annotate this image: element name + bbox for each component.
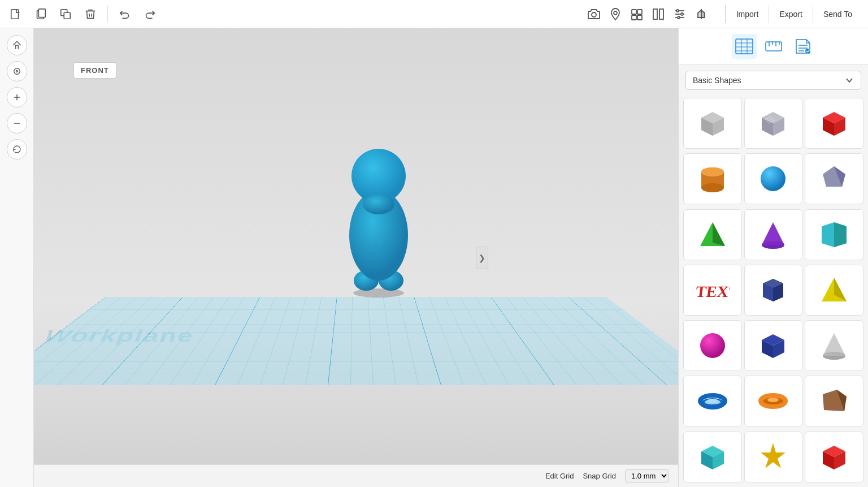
svg-point-66	[701, 167, 724, 176]
svg-point-30	[353, 288, 404, 298]
toolbar: Import Export Send To	[0, 0, 868, 28]
import-button[interactable]: Import	[726, 5, 769, 23]
svg-marker-20	[698, 10, 701, 18]
svg-point-17	[681, 13, 683, 15]
shape-teal-shape2[interactable]	[683, 432, 742, 482]
shape-dark-blue-box[interactable]	[744, 320, 803, 371]
tab-grid-view[interactable]	[732, 34, 757, 59]
svg-rect-7	[632, 10, 636, 14]
duplicate-button[interactable]	[55, 4, 76, 24]
shape-yellow-pyramid[interactable]	[805, 265, 863, 316]
right-sidebar-tabs	[679, 28, 868, 65]
shape-orange-cylinder[interactable]	[683, 153, 742, 204]
svg-rect-10	[637, 15, 642, 20]
svg-rect-2	[38, 8, 45, 17]
shape-navy-prism[interactable]	[744, 265, 803, 316]
svg-rect-12	[659, 9, 663, 19]
align-icon-btn[interactable]	[627, 4, 647, 24]
svg-point-6	[614, 11, 617, 15]
shape-teal-prism[interactable]	[805, 209, 863, 260]
redo-button[interactable]	[140, 4, 160, 24]
shape-blue-sphere[interactable]	[744, 153, 803, 204]
shape-red-text[interactable]: TEXT	[683, 265, 742, 316]
copy-button[interactable]	[31, 4, 51, 24]
shapes-dropdown[interactable]: Basic Shapes	[685, 71, 861, 90]
svg-point-93	[707, 399, 718, 403]
svg-rect-29	[34, 297, 678, 385]
svg-text:TEXT: TEXT	[696, 283, 730, 300]
svg-point-83	[700, 333, 725, 358]
left-sidebar	[0, 28, 34, 487]
svg-marker-102	[761, 443, 785, 468]
shape-gray-cube[interactable]	[683, 98, 742, 149]
svg-point-67	[761, 166, 785, 191]
svg-point-22	[14, 68, 20, 75]
svg-marker-76	[834, 222, 847, 247]
grid-icon-btn[interactable]	[648, 4, 669, 24]
settings-icon-btn[interactable]	[670, 4, 690, 24]
snap-grid-select[interactable]: 1.0 mm 0.5 mm 2.0 mm	[625, 469, 669, 482]
bottom-bar: Edit Grid Snap Grid 1.0 mm 0.5 mm 2.0 mm	[34, 464, 678, 487]
shape-magenta-sphere[interactable]	[683, 320, 742, 371]
zoom-in-button[interactable]	[7, 87, 27, 107]
home-view-button[interactable]	[7, 35, 27, 55]
svg-point-65	[701, 183, 724, 192]
shape-purple-cone[interactable]	[744, 209, 803, 260]
view-label: FRONT	[73, 62, 116, 79]
svg-marker-21	[701, 10, 705, 18]
shape-brown-irregular[interactable]	[805, 376, 863, 426]
delete-button[interactable]	[80, 4, 101, 24]
svg-rect-4	[64, 12, 70, 19]
shapes-grid: TEXT	[679, 96, 868, 487]
tab-measure[interactable]	[761, 34, 786, 59]
send-to-button[interactable]: Send To	[813, 5, 862, 23]
edit-grid-button[interactable]: Edit Grid	[545, 472, 574, 480]
shape-red-irregular2[interactable]	[805, 432, 863, 482]
svg-rect-36	[736, 39, 753, 54]
new-button[interactable]	[6, 4, 26, 24]
svg-marker-71	[713, 222, 725, 246]
shapes-label: Basic Shapes	[693, 76, 741, 85]
rotate-button[interactable]	[7, 139, 27, 160]
shape-green-pyramid[interactable]	[683, 209, 742, 260]
action-buttons: Import Export Send To	[725, 5, 862, 23]
character-figure	[333, 128, 424, 286]
export-button[interactable]: Export	[769, 5, 812, 23]
shape-gray-irregular[interactable]	[805, 153, 863, 204]
mirror-icon-btn[interactable]	[691, 4, 711, 24]
svg-point-16	[676, 10, 679, 12]
shape-striped-box[interactable]	[744, 98, 803, 149]
svg-rect-0	[11, 9, 19, 19]
shape-orange-torus[interactable]	[744, 376, 803, 426]
undo-button[interactable]	[115, 4, 135, 24]
svg-point-5	[592, 12, 596, 17]
workplane-grid	[34, 297, 678, 385]
svg-rect-9	[632, 15, 636, 20]
svg-point-96	[767, 398, 779, 402]
svg-point-23	[16, 71, 18, 72]
location-icon-btn[interactable]	[605, 4, 626, 24]
camera-icon-btn[interactable]	[584, 4, 604, 24]
shape-blue-torus[interactable]	[683, 376, 742, 426]
tab-notes[interactable]	[791, 34, 815, 59]
svg-rect-11	[653, 9, 657, 19]
shape-red-cube[interactable]	[805, 98, 863, 149]
viewport[interactable]: FRONT Workplane	[34, 28, 678, 487]
snap-grid-label: Snap Grid	[583, 472, 616, 480]
svg-point-18	[678, 16, 680, 19]
svg-point-89	[823, 352, 845, 360]
right-sidebar: Basic Shapes	[678, 28, 868, 487]
zoom-out-button[interactable]	[7, 113, 27, 133]
fit-view-button[interactable]	[7, 61, 27, 81]
toolbar-separator-1	[107, 6, 108, 22]
svg-point-74	[762, 241, 784, 249]
shape-gold-star[interactable]	[744, 432, 803, 482]
svg-point-35	[363, 194, 394, 214]
svg-rect-8	[637, 10, 642, 14]
main-content: FRONT Workplane	[0, 28, 868, 487]
collapse-panel-button[interactable]: ❯	[476, 247, 488, 269]
top-right-icons	[584, 4, 711, 24]
shape-gray-cone[interactable]	[805, 320, 863, 371]
chevron-down-icon	[845, 76, 854, 85]
